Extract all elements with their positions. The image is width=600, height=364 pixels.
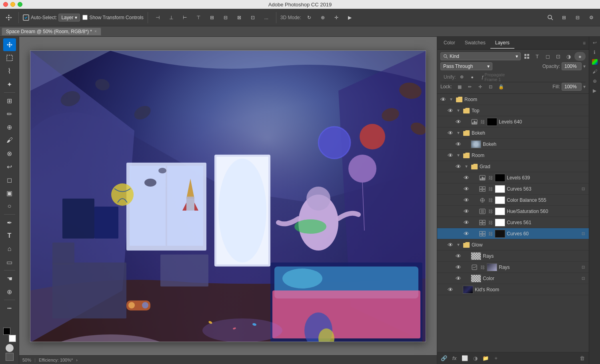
- fx-btn[interactable]: fx: [450, 354, 459, 363]
- layer-grad[interactable]: 👁 ▼ Grad: [437, 161, 589, 172]
- minimize-button[interactable]: [10, 2, 15, 7]
- layer-vis-glow[interactable]: 👁: [447, 241, 454, 249]
- history-panel-btn[interactable]: ↩: [590, 38, 599, 47]
- distribute-v-btn[interactable]: ⊡: [247, 12, 258, 23]
- opacity-value[interactable]: 100%: [562, 62, 582, 70]
- eyedropper-tool[interactable]: ✏: [3, 107, 16, 120]
- selection-tool[interactable]: [3, 52, 16, 64]
- layer-vis-room-sub[interactable]: 👁: [447, 152, 454, 159]
- layer-bokeh-group[interactable]: 👁 ▼ Bokeh: [437, 127, 589, 139]
- new-mask-btn[interactable]: ⬜: [460, 354, 469, 363]
- expand-room-sub[interactable]: ▼: [456, 153, 461, 157]
- lock-artboard-btn[interactable]: ⊡: [486, 82, 495, 91]
- chain-levels640[interactable]: ⛓: [480, 119, 485, 125]
- layer-colorbalance555[interactable]: 👁 ⛓ Color Balance 555: [437, 195, 589, 206]
- distribute-h-btn[interactable]: ⊠: [234, 12, 245, 23]
- layer-vis-top[interactable]: 👁: [447, 107, 454, 114]
- panel-collapse-btn[interactable]: ≡: [581, 39, 587, 48]
- crop-tool[interactable]: ⊞: [3, 94, 16, 107]
- layer-vis-huesat560[interactable]: 👁: [463, 208, 470, 215]
- layer-vis-colorbalance555[interactable]: 👁: [463, 197, 470, 204]
- layer-vis-curves60[interactable]: 👁: [463, 230, 470, 237]
- auto-select-dropdown[interactable]: Layer ▾: [58, 14, 80, 22]
- brush-tool[interactable]: 🖌: [3, 134, 16, 147]
- layer-vis-rays2[interactable]: 👁: [455, 264, 462, 271]
- chain-colorbalance555[interactable]: ⛓: [488, 197, 493, 203]
- pixel-filter-btn[interactable]: [522, 52, 531, 61]
- lasso-tool[interactable]: ⌇: [3, 65, 16, 78]
- layer-vis-grad[interactable]: 👁: [455, 163, 462, 170]
- arrange-btn[interactable]: ⊟: [572, 12, 583, 23]
- new-folder-btn[interactable]: 📁: [481, 354, 490, 363]
- settings-btn[interactable]: ⚙: [586, 12, 597, 23]
- adj-filter-btn[interactable]: ◑: [564, 52, 573, 61]
- canvas-viewport[interactable]: [19, 37, 437, 355]
- screen-mode-icon[interactable]: [6, 353, 14, 361]
- chain-levels639[interactable]: ⛓: [488, 175, 493, 181]
- new-adj-btn[interactable]: ◑: [471, 354, 480, 363]
- more-tools-btn[interactable]: •••: [3, 302, 16, 314]
- type-tool[interactable]: T: [3, 229, 16, 242]
- blend-mode-dropdown[interactable]: Pass Through ▾: [440, 62, 492, 70]
- quick-mask-btn[interactable]: [6, 344, 14, 352]
- zoom-tool[interactable]: ⊕: [3, 285, 16, 298]
- expand-top[interactable]: ▼: [456, 108, 461, 113]
- color-panel-btn[interactable]: [590, 58, 599, 66]
- search-btn[interactable]: [545, 12, 556, 23]
- align-center-h-btn[interactable]: ⊥: [166, 12, 177, 23]
- propagate-frame-btn[interactable]: Propagate Frame 1: [490, 73, 499, 82]
- lock-pos-btn[interactable]: ✛: [476, 82, 485, 91]
- magic-wand-tool[interactable]: ✦: [3, 78, 16, 91]
- color-chips[interactable]: [3, 328, 16, 342]
- expand-glow[interactable]: ▼: [456, 243, 461, 247]
- chain-curves563[interactable]: ⛓: [488, 186, 493, 192]
- history-tool[interactable]: ↩: [3, 160, 16, 173]
- transform-controls-check[interactable]: Show Transform Controls: [82, 15, 143, 20]
- layer-vis-bokeh[interactable]: 👁: [455, 141, 462, 148]
- chain-curves60[interactable]: ⛓: [488, 231, 493, 237]
- layer-room[interactable]: 👁 ▼ Room: [437, 94, 589, 105]
- layer-vis-rays1[interactable]: 👁: [455, 253, 462, 260]
- unify-pos-btn[interactable]: ⊕: [458, 73, 466, 82]
- more-btn[interactable]: ...: [261, 12, 272, 23]
- background-color[interactable]: [9, 335, 16, 342]
- layer-glow[interactable]: 👁 ▼ Glow: [437, 239, 589, 251]
- 3d-orbit-btn[interactable]: ⊕: [317, 12, 328, 23]
- status-arrow[interactable]: ›: [76, 358, 78, 362]
- fill-value[interactable]: 100%: [562, 83, 582, 91]
- info-panel-btn[interactable]: ℹ: [590, 48, 599, 57]
- close-button[interactable]: [3, 2, 8, 7]
- clone-tool[interactable]: ⊗: [3, 147, 16, 160]
- smartobj-filter-btn[interactable]: ⊡: [554, 52, 562, 61]
- layers-tab[interactable]: Layers: [490, 38, 514, 49]
- link-layers-btn[interactable]: 🔗: [440, 354, 448, 363]
- actions-panel-btn[interactable]: ▶: [590, 86, 599, 95]
- 3d-rotate-btn[interactable]: ↻: [304, 12, 315, 23]
- layer-vis-levels640[interactable]: 👁: [455, 118, 462, 125]
- document-tab[interactable]: Space Dream @ 50% (Room, RGB/8*) * ×: [2, 28, 101, 36]
- hand-tool[interactable]: ☚: [3, 272, 16, 285]
- align-left-btn[interactable]: ⊣: [152, 12, 163, 23]
- gradient-tool[interactable]: ▣: [3, 187, 16, 199]
- filter-toggle-btn[interactable]: ●: [574, 52, 586, 61]
- layer-curves563[interactable]: 👁 ⛓ Curves 563 ⊡: [437, 183, 589, 195]
- delete-layer-btn[interactable]: 🗑: [578, 354, 586, 363]
- move-tool[interactable]: [3, 38, 16, 51]
- chain-huesat560[interactable]: ⛓: [488, 209, 493, 214]
- tab-close-btn[interactable]: ×: [94, 29, 97, 34]
- layer-room-sub[interactable]: 👁 ▼ Room: [437, 150, 589, 161]
- dodge-tool[interactable]: ○: [3, 200, 16, 213]
- layer-rays1[interactable]: 👁 Rays: [437, 251, 589, 262]
- transform-checkbox[interactable]: [82, 15, 88, 20]
- maximize-button[interactable]: [18, 2, 22, 7]
- layer-rays2[interactable]: 👁 ⛓ Rays ⊡: [437, 262, 589, 273]
- unify-vis-btn[interactable]: ●: [468, 73, 477, 82]
- lock-all-btn[interactable]: 🔒: [497, 82, 506, 91]
- layer-levels640[interactable]: 👁 ⛓ Levels 640: [437, 116, 589, 127]
- move-tool-btn[interactable]: [3, 12, 14, 23]
- pen-tool[interactable]: ✒: [3, 216, 16, 229]
- layer-color[interactable]: 👁 Color ⊡: [437, 273, 589, 284]
- eraser-tool[interactable]: ◻: [3, 173, 16, 186]
- screen-mode-btn[interactable]: ⊞: [558, 12, 570, 23]
- expand-bokeh-group[interactable]: ▼: [456, 131, 461, 135]
